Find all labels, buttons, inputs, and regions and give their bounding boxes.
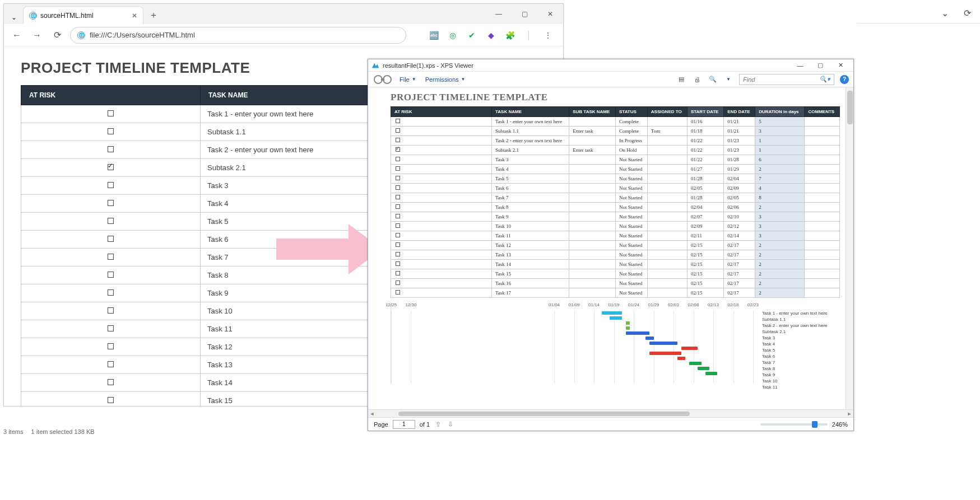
chevron-down-icon[interactable]: ⌄: [937, 6, 952, 21]
checkbox-icon[interactable]: [108, 146, 114, 152]
risk-cell[interactable]: [21, 356, 201, 374]
binoculars-icon[interactable]: [373, 74, 393, 85]
comment-cell: [805, 231, 840, 241]
checkbox-icon[interactable]: [108, 307, 114, 314]
zoom-slider[interactable]: [760, 423, 828, 426]
risk-cell[interactable]: [21, 105, 201, 123]
layout-icon[interactable]: ▤: [676, 74, 686, 85]
site-info-icon[interactable]: 🌐: [77, 31, 85, 39]
close-button[interactable]: ✕: [537, 4, 563, 24]
browser-tab[interactable]: 🌐 sourceHTML.html ✕: [23, 6, 143, 24]
checkbox-icon[interactable]: [108, 128, 114, 134]
menu-file[interactable]: File▼: [397, 75, 419, 84]
checkbox-icon[interactable]: [108, 164, 114, 170]
risk-cell: [391, 203, 492, 212]
forward-button[interactable]: →: [30, 28, 44, 43]
extension-icon-4[interactable]: ◆: [486, 30, 496, 40]
checkbox-icon[interactable]: [108, 236, 114, 242]
checkbox-icon[interactable]: [108, 182, 114, 188]
checkbox-icon[interactable]: [108, 361, 114, 367]
risk-cell[interactable]: [21, 338, 201, 356]
risk-cell[interactable]: [21, 123, 201, 141]
risk-cell[interactable]: [21, 284, 201, 302]
table-row: Task 12Not Started02/1502/172: [391, 241, 840, 250]
risk-cell[interactable]: [21, 392, 201, 406]
checkbox-icon[interactable]: [108, 397, 114, 403]
help-button[interactable]: ?: [840, 75, 849, 84]
status-cell: On Hold: [616, 146, 648, 155]
xps-minimize[interactable]: —: [791, 60, 810, 71]
find-input[interactable]: Find 🔍▾: [739, 74, 834, 85]
page-up-icon[interactable]: ⇧: [434, 420, 442, 428]
risk-cell[interactable]: [21, 195, 201, 213]
risk-cell[interactable]: [21, 249, 201, 267]
checkbox-icon[interactable]: [108, 254, 114, 260]
checkbox-icon[interactable]: [108, 218, 114, 224]
risk-cell[interactable]: [21, 374, 201, 392]
page-input[interactable]: [393, 420, 415, 429]
xps-maximize[interactable]: ▢: [811, 60, 830, 71]
risk-cell: [391, 174, 492, 184]
axis-tick: 02/03: [668, 302, 679, 307]
risk-cell[interactable]: [21, 159, 201, 177]
xps-close[interactable]: ✕: [831, 60, 850, 71]
scroll-left-icon[interactable]: ◄: [368, 411, 376, 417]
assigned-cell: [647, 136, 687, 146]
checkbox-icon[interactable]: [108, 110, 114, 116]
close-tab-icon[interactable]: ✕: [132, 12, 137, 20]
xps-statusbar: Page of 1 ⇧ ⇩ 246%: [368, 417, 853, 431]
gantt-area: 12/2512/3001/0401/0901/1401/1901/2401/29…: [391, 302, 840, 384]
axis-tick: 02/23: [747, 302, 759, 307]
sub-cell: [569, 212, 616, 222]
legend-item: Subtask 1.1: [762, 316, 840, 323]
checkbox-icon: [396, 147, 400, 152]
risk-cell[interactable]: [21, 302, 201, 320]
menu-permissions[interactable]: Permissions▼: [423, 75, 468, 84]
extension-icon-2[interactable]: ◎: [448, 30, 458, 40]
risk-cell[interactable]: [21, 177, 201, 195]
risk-cell[interactable]: [21, 141, 201, 159]
checkbox-icon[interactable]: [108, 289, 114, 296]
reload-button[interactable]: ⟳: [50, 28, 64, 43]
risk-cell[interactable]: [21, 267, 201, 284]
status-cell: Not Started: [616, 203, 648, 212]
horizontal-scrollbar[interactable]: ◄ ►: [368, 409, 853, 417]
zoom-100-icon[interactable]: 🔍: [708, 74, 718, 85]
comment-cell: [805, 165, 840, 174]
sub-cell: Enter task: [569, 127, 616, 136]
dur-cell: 1: [755, 146, 805, 155]
chevron-down-icon[interactable]: ▼: [723, 74, 733, 85]
checkbox-icon[interactable]: [108, 379, 114, 385]
vertical-scrollbar[interactable]: [846, 87, 853, 409]
page-down-icon[interactable]: ⇩: [447, 420, 454, 428]
extension-icon-3[interactable]: ✔: [467, 30, 477, 40]
assigned-cell: [647, 165, 687, 174]
checkbox-icon[interactable]: [108, 325, 114, 331]
start-cell: 01/27: [687, 165, 723, 174]
new-tab-button[interactable]: ＋: [147, 8, 160, 22]
address-bar[interactable]: 🌐 file:///C:/Users/sourceHTML.html: [70, 27, 406, 44]
extensions-button[interactable]: 🧩: [505, 30, 515, 40]
maximize-button[interactable]: ▢: [512, 4, 537, 24]
extension-icon-1[interactable]: 🔤: [429, 30, 439, 40]
task-cell: Task 6: [492, 184, 569, 193]
status-cell: In Progress: [616, 136, 648, 146]
search-icon[interactable]: 🔍▾: [819, 76, 830, 83]
checkbox-icon: [396, 242, 400, 247]
checkbox-icon[interactable]: [108, 343, 114, 349]
risk-cell[interactable]: [21, 231, 201, 249]
tab-search-button[interactable]: ⌄: [7, 11, 21, 24]
checkbox-icon[interactable]: [108, 272, 114, 278]
chrome-toolbar: ← → ⟳ 🌐 file:///C:/Users/sourceHTML.html…: [4, 24, 563, 46]
assigned-cell: [647, 193, 687, 203]
risk-cell[interactable]: [21, 213, 201, 231]
refresh-icon[interactable]: ⟳: [960, 6, 974, 21]
risk-cell[interactable]: [21, 320, 201, 338]
back-button[interactable]: ←: [10, 28, 24, 43]
minimize-button[interactable]: —: [486, 4, 512, 24]
checkbox-icon[interactable]: [108, 200, 114, 206]
print-icon[interactable]: 🖨: [692, 74, 702, 85]
start-cell: 02/09: [687, 222, 723, 231]
scroll-right-icon[interactable]: ►: [846, 411, 853, 417]
chrome-menu-button[interactable]: ⋮: [543, 30, 553, 40]
